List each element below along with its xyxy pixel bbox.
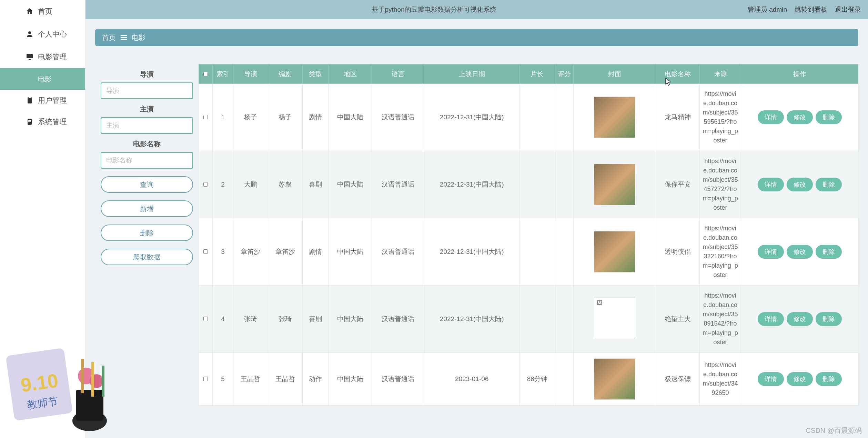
cell-genre: 剧情: [303, 218, 329, 286]
cell-name: 绝望主夫: [656, 286, 699, 353]
cell-source: https://movie.douban.com/subject/3532216…: [700, 218, 741, 286]
cell-name: 龙马精神: [656, 84, 699, 151]
cell-cover: [573, 353, 656, 406]
cell-index: 1: [213, 84, 233, 151]
edit-button[interactable]: 修改: [787, 178, 813, 191]
admin-label[interactable]: 管理员 admin: [748, 5, 787, 14]
cell-language: 汉语普通话: [372, 286, 424, 353]
table-wrap[interactable]: 索引 导演 编剧 类型 地区 语言 上映日期 片长 评分 封面 电影名称 来源: [199, 57, 858, 438]
th-genre: 类型: [303, 64, 329, 84]
cover-image[interactable]: [594, 358, 635, 400]
cover-image[interactable]: [594, 97, 635, 138]
row-delete-button[interactable]: 删除: [816, 178, 842, 191]
cell-cover: [573, 286, 656, 353]
row-checkbox[interactable]: [203, 317, 208, 321]
cover-broken-icon: [594, 298, 635, 339]
detail-button[interactable]: 详情: [758, 178, 784, 191]
th-source: 来源: [700, 64, 741, 84]
detail-button[interactable]: 详情: [758, 110, 784, 124]
movie-table: 索引 导演 编剧 类型 地区 语言 上映日期 片长 评分 封面 电影名称 来源: [199, 64, 858, 406]
cell-cover: [573, 218, 656, 286]
cell-name: 保你平安: [656, 151, 699, 218]
row-checkbox[interactable]: [203, 249, 208, 254]
sidebar-item-label: 用户管理: [38, 96, 67, 105]
table-header-row: 索引 导演 编剧 类型 地区 语言 上映日期 片长 评分 封面 电影名称 来源: [199, 64, 858, 84]
row-delete-button[interactable]: 删除: [816, 312, 842, 326]
sidebar-item-label: 电影: [38, 74, 52, 84]
cell-language: 汉语普通话: [372, 218, 424, 286]
cell-writer: 王晶哲: [268, 353, 303, 406]
edit-button[interactable]: 修改: [787, 372, 813, 386]
cell-source: https://movie.douban.com/subject/3492650: [700, 353, 741, 406]
cell-writer: 章笛沙: [268, 218, 303, 286]
th-release: 上映日期: [424, 64, 519, 84]
svg-rect-6: [28, 120, 31, 121]
dashboard-link[interactable]: 跳转到看板: [795, 5, 827, 14]
th-writer: 编剧: [268, 64, 303, 84]
breadcrumb-home[interactable]: 首页: [102, 33, 116, 42]
filter-name-input[interactable]: [101, 152, 193, 169]
decorative-image: 9.10 教师节: [3, 338, 114, 435]
cell-release: 2022-12-31(中国大陆): [424, 151, 519, 218]
header-checkbox[interactable]: [203, 72, 208, 76]
delete-button[interactable]: 删除: [101, 225, 193, 241]
th-cover: 封面: [573, 64, 656, 84]
edit-button[interactable]: 修改: [787, 312, 813, 326]
th-rating: 评分: [555, 64, 573, 84]
edit-button[interactable]: 修改: [787, 245, 813, 259]
person-icon: [26, 30, 34, 38]
cell-writer: 苏彪: [268, 151, 303, 218]
detail-button[interactable]: 详情: [758, 245, 784, 259]
doc-icon: [26, 118, 34, 126]
row-checkbox[interactable]: [203, 182, 208, 187]
edit-button[interactable]: 修改: [787, 110, 813, 124]
sidebar-item-movie-mgmt[interactable]: 电影管理: [0, 46, 85, 68]
sidebar-item-home[interactable]: 首页: [0, 0, 85, 23]
cell-index: 3: [213, 218, 233, 286]
cell-release: 2022-12-31(中国大陆): [424, 286, 519, 353]
sidebar-item-user-mgmt[interactable]: 用户管理: [0, 90, 85, 111]
cell-genre: 剧情: [303, 84, 329, 151]
cell-ops: 详情修改删除: [741, 218, 858, 286]
cell-director: 张琦: [233, 286, 268, 353]
sidebar-subitem-movie[interactable]: 电影: [0, 68, 85, 90]
row-checkbox[interactable]: [203, 377, 208, 381]
th-language: 语言: [372, 64, 424, 84]
sidebar-item-sys-mgmt[interactable]: 系统管理: [0, 111, 85, 132]
cell-director: 杨子: [233, 84, 268, 151]
row-delete-button[interactable]: 删除: [816, 245, 842, 259]
cell-ops: 详情修改删除: [741, 353, 858, 406]
cell-rating: [555, 151, 573, 218]
detail-button[interactable]: 详情: [758, 372, 784, 386]
cell-index: 2: [213, 151, 233, 218]
table-row: 1杨子杨子剧情中国大陆汉语普通话2022-12-31(中国大陆)龙马精神http…: [199, 84, 858, 151]
row-delete-button[interactable]: 删除: [816, 372, 842, 386]
svg-rect-2: [29, 59, 31, 60]
detail-button[interactable]: 详情: [758, 312, 784, 326]
cover-image[interactable]: [594, 231, 635, 272]
cell-runtime: [519, 84, 555, 151]
cell-region: 中国大陆: [328, 218, 372, 286]
add-button[interactable]: 新增: [101, 200, 193, 217]
query-button[interactable]: 查询: [101, 176, 193, 193]
th-index: 索引: [213, 64, 233, 84]
sidebar: 首页 个人中心 电影管理 电影 用户管理 系统管理 9.10 教师节: [0, 0, 85, 438]
logout-link[interactable]: 退出登录: [835, 5, 861, 14]
th-director: 导演: [233, 64, 268, 84]
crawl-button[interactable]: 爬取数据: [101, 249, 193, 265]
cell-release: 2022-12-31(中国大陆): [424, 84, 519, 151]
filter-director-input[interactable]: [101, 82, 193, 99]
cell-release: 2022-12-31(中国大陆): [424, 218, 519, 286]
svg-rect-7: [28, 121, 31, 122]
row-checkbox[interactable]: [203, 115, 208, 119]
cell-genre: 喜剧: [303, 286, 329, 353]
sidebar-item-personal[interactable]: 个人中心: [0, 23, 85, 46]
filter-lead-input[interactable]: [101, 117, 193, 134]
svg-rect-1: [27, 54, 33, 58]
cell-source: https://movie.douban.com/subject/3559561…: [700, 84, 741, 151]
row-delete-button[interactable]: 删除: [816, 110, 842, 124]
cell-language: 汉语普通话: [372, 84, 424, 151]
svg-point-0: [28, 31, 31, 34]
cover-image[interactable]: [594, 164, 635, 205]
sidebar-item-label: 个人中心: [38, 29, 67, 39]
